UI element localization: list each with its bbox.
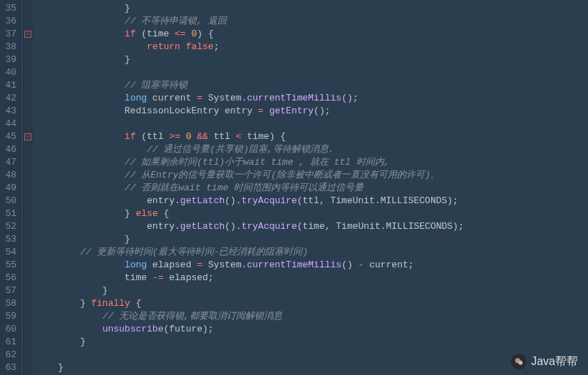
code-line[interactable] (36, 349, 588, 361)
code-line[interactable]: // 无论是否获得锁,都要取消订阅解锁消息 (36, 310, 588, 323)
line-number: 41 (4, 79, 16, 92)
line-number: 50 (4, 195, 16, 207)
line-number: 53 (4, 233, 16, 246)
code-line[interactable] (36, 66, 588, 79)
line-number: 36 (4, 15, 16, 28)
fold-toggle-icon[interactable]: - (24, 31, 31, 38)
watermark-text: Java帮帮 (531, 354, 578, 369)
line-number: 35 (4, 2, 16, 15)
line-number: 59 (4, 310, 16, 323)
code-line[interactable]: // 更新等待时间(最大等待时间-已经消耗的阻塞时间) (36, 246, 588, 259)
code-line[interactable]: // 否则就在wait time 时间范围内等待可以通过信号量 (36, 182, 588, 195)
line-number: 37 (4, 28, 16, 41)
code-line[interactable]: if (ttl >= 0 && ttl < time) { (36, 130, 588, 143)
line-number: 63 (4, 361, 16, 374)
code-line[interactable]: // 不等待申请锁, 返回 (36, 15, 588, 28)
line-number: 56 (4, 272, 16, 284)
code-line[interactable]: } (36, 233, 588, 246)
svg-point-1 (519, 361, 523, 365)
code-line[interactable]: } (36, 53, 588, 66)
line-number: 58 (4, 297, 16, 310)
line-number: 39 (4, 53, 16, 66)
code-area[interactable]: } // 不等待申请锁, 返回 if (time <= 0) { return … (33, 0, 588, 375)
fold-column: -- (23, 0, 33, 375)
code-line[interactable]: // 通过信号量(共享锁)阻塞,等待解锁消息. (36, 143, 588, 156)
line-number-gutter: 3536373839404142434445464748495051525354… (0, 0, 23, 375)
line-number: 57 (4, 284, 16, 297)
code-line[interactable]: unsubscribe(future); (36, 323, 588, 336)
line-number: 54 (4, 246, 16, 259)
code-line[interactable]: } finally { (36, 297, 588, 310)
code-editor: 3536373839404142434445464748495051525354… (0, 0, 588, 375)
line-number: 48 (4, 169, 16, 182)
code-line[interactable]: if (time <= 0) { (36, 28, 588, 41)
code-line[interactable]: long elapsed = System.currentTimeMillis(… (36, 259, 588, 272)
code-line[interactable]: return false; (36, 41, 588, 53)
line-number: 62 (4, 349, 16, 361)
code-line[interactable]: long current = System.currentTimeMillis(… (36, 92, 588, 105)
code-line[interactable]: } (36, 336, 588, 349)
code-line[interactable]: RedissonLockEntry entry = getEntry(); (36, 105, 588, 118)
line-number: 42 (4, 92, 16, 105)
code-line[interactable]: // 如果剩余时间(ttl)小于wait time , 就在 ttl 时间内, (36, 156, 588, 169)
code-line[interactable]: } (36, 2, 588, 15)
line-number: 44 (4, 118, 16, 130)
line-number: 40 (4, 66, 16, 79)
line-number: 43 (4, 105, 16, 118)
code-line[interactable]: // 阻塞等待锁 (36, 79, 588, 92)
code-line[interactable]: entry.getLatch().tryAcquire(time, TimeUn… (36, 220, 588, 233)
code-line[interactable]: // 从Entry的信号量获取一个许可(除非被中断或者一直没有可用的许可)。 (36, 169, 588, 182)
code-line[interactable]: entry.getLatch().tryAcquire(ttl, TimeUni… (36, 195, 588, 207)
code-line[interactable]: } (36, 284, 588, 297)
line-number: 55 (4, 259, 16, 272)
line-number: 49 (4, 182, 16, 195)
line-number: 60 (4, 323, 16, 336)
line-number: 52 (4, 220, 16, 233)
line-number: 46 (4, 143, 16, 156)
line-number: 51 (4, 207, 16, 220)
line-number: 38 (4, 41, 16, 53)
code-line[interactable] (36, 118, 588, 130)
watermark: Java帮帮 (511, 354, 578, 369)
fold-toggle-icon[interactable]: - (24, 133, 31, 140)
code-line[interactable]: } (36, 361, 588, 374)
code-line[interactable]: } else { (36, 207, 588, 220)
wechat-icon (511, 354, 527, 369)
line-number: 61 (4, 336, 16, 349)
line-number: 47 (4, 156, 16, 169)
line-number: 45 (4, 130, 16, 143)
code-line[interactable]: time -= elapsed; (36, 272, 588, 284)
